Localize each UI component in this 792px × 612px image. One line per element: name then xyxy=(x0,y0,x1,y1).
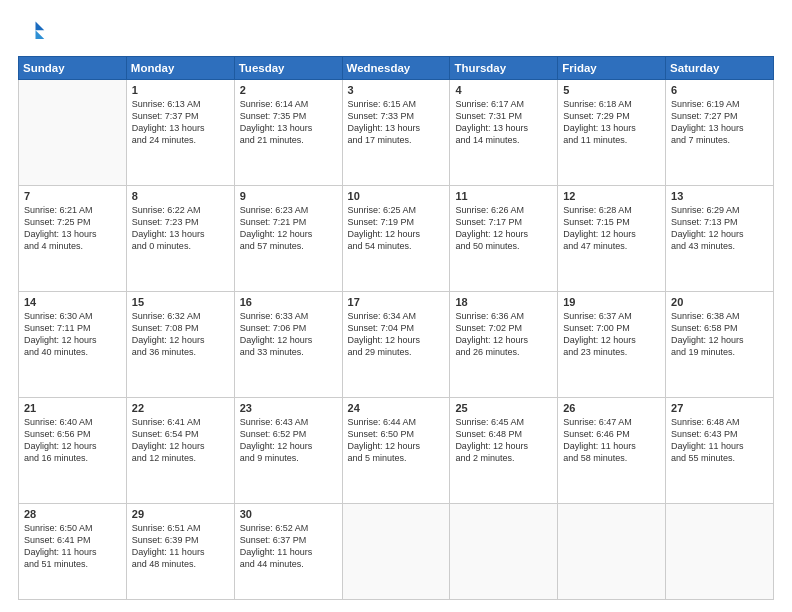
day-cell: 8Sunrise: 6:22 AM Sunset: 7:23 PM Daylig… xyxy=(126,186,234,292)
day-number: 16 xyxy=(240,296,337,308)
week-row-3: 14Sunrise: 6:30 AM Sunset: 7:11 PM Dayli… xyxy=(19,292,774,398)
day-cell: 25Sunrise: 6:45 AM Sunset: 6:48 PM Dayli… xyxy=(450,398,558,504)
header xyxy=(18,18,774,46)
day-cell: 18Sunrise: 6:36 AM Sunset: 7:02 PM Dayli… xyxy=(450,292,558,398)
day-info: Sunrise: 6:41 AM Sunset: 6:54 PM Dayligh… xyxy=(132,416,229,465)
weekday-sunday: Sunday xyxy=(19,57,127,80)
day-number: 2 xyxy=(240,84,337,96)
day-cell: 4Sunrise: 6:17 AM Sunset: 7:31 PM Daylig… xyxy=(450,80,558,186)
weekday-thursday: Thursday xyxy=(450,57,558,80)
day-number: 1 xyxy=(132,84,229,96)
day-number: 30 xyxy=(240,508,337,520)
day-cell: 16Sunrise: 6:33 AM Sunset: 7:06 PM Dayli… xyxy=(234,292,342,398)
day-cell: 30Sunrise: 6:52 AM Sunset: 6:37 PM Dayli… xyxy=(234,504,342,600)
day-info: Sunrise: 6:21 AM Sunset: 7:25 PM Dayligh… xyxy=(24,204,121,253)
day-info: Sunrise: 6:17 AM Sunset: 7:31 PM Dayligh… xyxy=(455,98,552,147)
day-info: Sunrise: 6:43 AM Sunset: 6:52 PM Dayligh… xyxy=(240,416,337,465)
weekday-header-row: SundayMondayTuesdayWednesdayThursdayFrid… xyxy=(19,57,774,80)
day-number: 18 xyxy=(455,296,552,308)
day-cell: 26Sunrise: 6:47 AM Sunset: 6:46 PM Dayli… xyxy=(558,398,666,504)
day-number: 11 xyxy=(455,190,552,202)
day-info: Sunrise: 6:44 AM Sunset: 6:50 PM Dayligh… xyxy=(348,416,445,465)
weekday-wednesday: Wednesday xyxy=(342,57,450,80)
day-info: Sunrise: 6:28 AM Sunset: 7:15 PM Dayligh… xyxy=(563,204,660,253)
day-number: 27 xyxy=(671,402,768,414)
day-cell xyxy=(558,504,666,600)
day-info: Sunrise: 6:48 AM Sunset: 6:43 PM Dayligh… xyxy=(671,416,768,465)
day-number: 25 xyxy=(455,402,552,414)
day-cell: 3Sunrise: 6:15 AM Sunset: 7:33 PM Daylig… xyxy=(342,80,450,186)
day-number: 7 xyxy=(24,190,121,202)
day-cell: 12Sunrise: 6:28 AM Sunset: 7:15 PM Dayli… xyxy=(558,186,666,292)
day-cell: 5Sunrise: 6:18 AM Sunset: 7:29 PM Daylig… xyxy=(558,80,666,186)
day-cell: 9Sunrise: 6:23 AM Sunset: 7:21 PM Daylig… xyxy=(234,186,342,292)
day-number: 14 xyxy=(24,296,121,308)
day-number: 26 xyxy=(563,402,660,414)
weekday-friday: Friday xyxy=(558,57,666,80)
day-info: Sunrise: 6:38 AM Sunset: 6:58 PM Dayligh… xyxy=(671,310,768,359)
day-info: Sunrise: 6:52 AM Sunset: 6:37 PM Dayligh… xyxy=(240,522,337,571)
week-row-2: 7Sunrise: 6:21 AM Sunset: 7:25 PM Daylig… xyxy=(19,186,774,292)
day-number: 23 xyxy=(240,402,337,414)
week-row-4: 21Sunrise: 6:40 AM Sunset: 6:56 PM Dayli… xyxy=(19,398,774,504)
logo-icon xyxy=(18,18,46,46)
svg-marker-0 xyxy=(36,22,45,31)
day-number: 13 xyxy=(671,190,768,202)
day-info: Sunrise: 6:13 AM Sunset: 7:37 PM Dayligh… xyxy=(132,98,229,147)
day-number: 8 xyxy=(132,190,229,202)
day-cell: 19Sunrise: 6:37 AM Sunset: 7:00 PM Dayli… xyxy=(558,292,666,398)
day-info: Sunrise: 6:40 AM Sunset: 6:56 PM Dayligh… xyxy=(24,416,121,465)
day-number: 6 xyxy=(671,84,768,96)
day-cell: 27Sunrise: 6:48 AM Sunset: 6:43 PM Dayli… xyxy=(666,398,774,504)
day-info: Sunrise: 6:51 AM Sunset: 6:39 PM Dayligh… xyxy=(132,522,229,571)
day-info: Sunrise: 6:34 AM Sunset: 7:04 PM Dayligh… xyxy=(348,310,445,359)
week-row-1: 1Sunrise: 6:13 AM Sunset: 7:37 PM Daylig… xyxy=(19,80,774,186)
logo xyxy=(18,18,48,46)
day-number: 19 xyxy=(563,296,660,308)
day-number: 9 xyxy=(240,190,337,202)
day-cell: 20Sunrise: 6:38 AM Sunset: 6:58 PM Dayli… xyxy=(666,292,774,398)
day-info: Sunrise: 6:26 AM Sunset: 7:17 PM Dayligh… xyxy=(455,204,552,253)
day-info: Sunrise: 6:32 AM Sunset: 7:08 PM Dayligh… xyxy=(132,310,229,359)
day-cell: 15Sunrise: 6:32 AM Sunset: 7:08 PM Dayli… xyxy=(126,292,234,398)
day-number: 24 xyxy=(348,402,445,414)
day-number: 12 xyxy=(563,190,660,202)
day-info: Sunrise: 6:47 AM Sunset: 6:46 PM Dayligh… xyxy=(563,416,660,465)
weekday-monday: Monday xyxy=(126,57,234,80)
day-info: Sunrise: 6:23 AM Sunset: 7:21 PM Dayligh… xyxy=(240,204,337,253)
day-number: 15 xyxy=(132,296,229,308)
day-cell xyxy=(342,504,450,600)
day-cell: 17Sunrise: 6:34 AM Sunset: 7:04 PM Dayli… xyxy=(342,292,450,398)
day-info: Sunrise: 6:50 AM Sunset: 6:41 PM Dayligh… xyxy=(24,522,121,571)
day-info: Sunrise: 6:19 AM Sunset: 7:27 PM Dayligh… xyxy=(671,98,768,147)
day-info: Sunrise: 6:18 AM Sunset: 7:29 PM Dayligh… xyxy=(563,98,660,147)
day-cell: 22Sunrise: 6:41 AM Sunset: 6:54 PM Dayli… xyxy=(126,398,234,504)
day-cell: 11Sunrise: 6:26 AM Sunset: 7:17 PM Dayli… xyxy=(450,186,558,292)
day-info: Sunrise: 6:33 AM Sunset: 7:06 PM Dayligh… xyxy=(240,310,337,359)
day-cell: 28Sunrise: 6:50 AM Sunset: 6:41 PM Dayli… xyxy=(19,504,127,600)
day-cell xyxy=(19,80,127,186)
day-cell: 7Sunrise: 6:21 AM Sunset: 7:25 PM Daylig… xyxy=(19,186,127,292)
day-cell: 1Sunrise: 6:13 AM Sunset: 7:37 PM Daylig… xyxy=(126,80,234,186)
weekday-saturday: Saturday xyxy=(666,57,774,80)
day-info: Sunrise: 6:36 AM Sunset: 7:02 PM Dayligh… xyxy=(455,310,552,359)
day-cell: 6Sunrise: 6:19 AM Sunset: 7:27 PM Daylig… xyxy=(666,80,774,186)
day-info: Sunrise: 6:37 AM Sunset: 7:00 PM Dayligh… xyxy=(563,310,660,359)
day-cell: 13Sunrise: 6:29 AM Sunset: 7:13 PM Dayli… xyxy=(666,186,774,292)
day-number: 4 xyxy=(455,84,552,96)
svg-marker-1 xyxy=(36,30,45,39)
page: SundayMondayTuesdayWednesdayThursdayFrid… xyxy=(0,0,792,612)
week-row-5: 28Sunrise: 6:50 AM Sunset: 6:41 PM Dayli… xyxy=(19,504,774,600)
day-number: 29 xyxy=(132,508,229,520)
day-cell: 10Sunrise: 6:25 AM Sunset: 7:19 PM Dayli… xyxy=(342,186,450,292)
day-number: 5 xyxy=(563,84,660,96)
day-cell: 23Sunrise: 6:43 AM Sunset: 6:52 PM Dayli… xyxy=(234,398,342,504)
day-number: 17 xyxy=(348,296,445,308)
day-info: Sunrise: 6:14 AM Sunset: 7:35 PM Dayligh… xyxy=(240,98,337,147)
day-cell: 24Sunrise: 6:44 AM Sunset: 6:50 PM Dayli… xyxy=(342,398,450,504)
day-info: Sunrise: 6:45 AM Sunset: 6:48 PM Dayligh… xyxy=(455,416,552,465)
day-cell: 2Sunrise: 6:14 AM Sunset: 7:35 PM Daylig… xyxy=(234,80,342,186)
day-info: Sunrise: 6:15 AM Sunset: 7:33 PM Dayligh… xyxy=(348,98,445,147)
day-info: Sunrise: 6:29 AM Sunset: 7:13 PM Dayligh… xyxy=(671,204,768,253)
day-number: 20 xyxy=(671,296,768,308)
